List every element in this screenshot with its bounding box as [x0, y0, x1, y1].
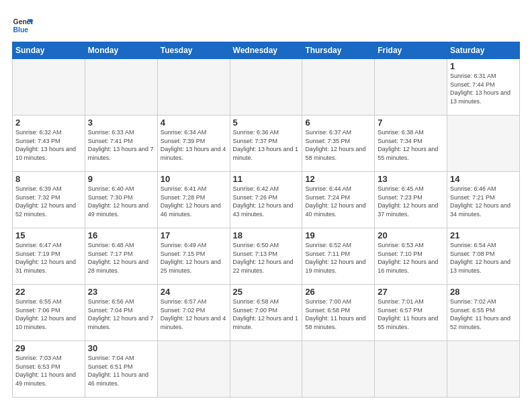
day-number: 3: [88, 118, 154, 128]
calendar-week-row: 2Sunrise: 6:32 AM Sunset: 7:43 PM Daylig…: [13, 116, 520, 172]
calendar-header-cell: Tuesday: [157, 42, 230, 59]
calendar-day-cell: 3Sunrise: 6:33 AM Sunset: 7:41 PM Daylig…: [85, 116, 157, 172]
day-info: Sunrise: 6:34 AM Sunset: 7:39 PM Dayligh…: [161, 128, 227, 162]
day-info: Sunrise: 6:56 AM Sunset: 7:04 PM Dayligh…: [88, 298, 154, 331]
day-number: 29: [15, 343, 82, 353]
calendar-day-cell: 28Sunrise: 7:02 AM Sunset: 6:55 PM Dayli…: [447, 285, 520, 341]
day-number: 21: [450, 230, 517, 240]
calendar-day-cell: 20Sunrise: 6:53 AM Sunset: 7:10 PM Dayli…: [375, 228, 447, 285]
day-info: Sunrise: 6:33 AM Sunset: 7:41 PM Dayligh…: [88, 128, 154, 162]
calendar-header-cell: Friday: [375, 42, 447, 59]
day-info: Sunrise: 7:04 AM Sunset: 6:51 PM Dayligh…: [88, 354, 154, 387]
day-number: 18: [233, 230, 300, 240]
day-number: 15: [15, 230, 82, 240]
day-number: 6: [305, 118, 371, 128]
calendar-week-row: 22Sunrise: 6:55 AM Sunset: 7:06 PM Dayli…: [13, 285, 520, 341]
calendar-day-cell: [447, 116, 520, 172]
day-number: 13: [378, 174, 444, 184]
calendar-day-cell: 6Sunrise: 6:37 AM Sunset: 7:35 PM Daylig…: [302, 116, 375, 172]
day-info: Sunrise: 6:42 AM Sunset: 7:26 PM Dayligh…: [233, 185, 300, 218]
calendar-header-row: SundayMondayTuesdayWednesdayThursdayFrid…: [13, 42, 520, 59]
day-number: 1: [450, 61, 517, 71]
day-info: Sunrise: 6:37 AM Sunset: 7:35 PM Dayligh…: [305, 128, 371, 162]
day-number: 5: [233, 118, 300, 128]
calendar-header-cell: Wednesday: [230, 42, 302, 59]
calendar-day-cell: 8Sunrise: 6:39 AM Sunset: 7:32 PM Daylig…: [13, 172, 85, 228]
day-number: 22: [15, 287, 82, 297]
calendar-header-cell: Monday: [85, 42, 157, 59]
calendar-day-cell: [375, 341, 447, 398]
calendar-header-cell: Sunday: [13, 42, 85, 59]
day-info: Sunrise: 6:31 AM Sunset: 7:44 PM Dayligh…: [450, 72, 517, 105]
calendar-day-cell: 5Sunrise: 6:36 AM Sunset: 7:37 PM Daylig…: [230, 116, 302, 172]
day-info: Sunrise: 6:52 AM Sunset: 7:11 PM Dayligh…: [305, 241, 371, 275]
day-info: Sunrise: 7:01 AM Sunset: 6:57 PM Dayligh…: [378, 298, 444, 331]
day-number: 2: [15, 118, 82, 128]
calendar-day-cell: 2Sunrise: 6:32 AM Sunset: 7:43 PM Daylig…: [13, 116, 85, 172]
calendar-day-cell: 30Sunrise: 7:04 AM Sunset: 6:51 PM Dayli…: [85, 341, 157, 398]
page: General Blue SundayMondayTuesdayWednesda…: [0, 0, 532, 411]
day-number: 14: [450, 174, 517, 184]
calendar-day-cell: 22Sunrise: 6:55 AM Sunset: 7:06 PM Dayli…: [13, 285, 85, 341]
calendar-day-cell: 9Sunrise: 6:40 AM Sunset: 7:30 PM Daylig…: [85, 172, 157, 228]
day-info: Sunrise: 6:50 AM Sunset: 7:13 PM Dayligh…: [233, 241, 300, 275]
calendar-day-cell: [157, 59, 230, 116]
day-info: Sunrise: 6:53 AM Sunset: 7:10 PM Dayligh…: [378, 241, 444, 275]
day-number: 27: [378, 287, 444, 297]
day-number: 9: [88, 174, 154, 184]
day-info: Sunrise: 6:55 AM Sunset: 7:06 PM Dayligh…: [15, 298, 82, 331]
svg-text:Blue: Blue: [13, 26, 29, 34]
calendar-day-cell: [375, 59, 447, 116]
day-number: 4: [161, 118, 227, 128]
calendar-day-cell: [302, 341, 375, 398]
day-number: 19: [305, 230, 371, 240]
calendar-day-cell: 14Sunrise: 6:46 AM Sunset: 7:21 PM Dayli…: [447, 172, 520, 228]
day-number: 30: [88, 343, 154, 353]
day-info: Sunrise: 7:00 AM Sunset: 6:58 PM Dayligh…: [305, 298, 371, 331]
day-info: Sunrise: 7:02 AM Sunset: 6:55 PM Dayligh…: [450, 298, 517, 331]
day-number: 24: [161, 287, 227, 297]
day-number: 10: [161, 174, 227, 184]
day-info: Sunrise: 6:58 AM Sunset: 7:00 PM Dayligh…: [233, 298, 300, 331]
calendar-day-cell: 1Sunrise: 6:31 AM Sunset: 7:44 PM Daylig…: [447, 59, 520, 116]
calendar-table: SundayMondayTuesdayWednesdayThursdayFrid…: [12, 42, 520, 398]
day-info: Sunrise: 6:48 AM Sunset: 7:17 PM Dayligh…: [88, 241, 154, 275]
day-number: 11: [233, 174, 300, 184]
day-info: Sunrise: 6:54 AM Sunset: 7:08 PM Dayligh…: [450, 241, 517, 275]
day-number: 26: [305, 287, 371, 297]
day-number: 16: [88, 230, 154, 240]
calendar-day-cell: 13Sunrise: 6:45 AM Sunset: 7:23 PM Dayli…: [375, 172, 447, 228]
day-info: Sunrise: 6:45 AM Sunset: 7:23 PM Dayligh…: [378, 185, 444, 218]
calendar-day-cell: [13, 59, 85, 116]
calendar-day-cell: 21Sunrise: 6:54 AM Sunset: 7:08 PM Dayli…: [447, 228, 520, 285]
calendar-day-cell: 4Sunrise: 6:34 AM Sunset: 7:39 PM Daylig…: [157, 116, 230, 172]
calendar-header-cell: Saturday: [447, 42, 520, 59]
calendar-week-row: 15Sunrise: 6:47 AM Sunset: 7:19 PM Dayli…: [13, 228, 520, 285]
logo-icon: General Blue: [12, 15, 34, 36]
calendar-day-cell: [447, 341, 520, 398]
calendar-day-cell: 25Sunrise: 6:58 AM Sunset: 7:00 PM Dayli…: [230, 285, 302, 341]
day-number: 25: [233, 287, 300, 297]
day-number: 7: [378, 118, 444, 128]
calendar-body: 1Sunrise: 6:31 AM Sunset: 7:44 PM Daylig…: [13, 59, 520, 398]
calendar-day-cell: [230, 59, 302, 116]
day-number: 20: [378, 230, 444, 240]
day-info: Sunrise: 6:40 AM Sunset: 7:30 PM Dayligh…: [88, 185, 154, 218]
day-info: Sunrise: 6:57 AM Sunset: 7:02 PM Dayligh…: [161, 298, 227, 331]
day-info: Sunrise: 6:49 AM Sunset: 7:15 PM Dayligh…: [161, 241, 227, 275]
day-info: Sunrise: 6:36 AM Sunset: 7:37 PM Dayligh…: [233, 128, 300, 162]
calendar-day-cell: 17Sunrise: 6:49 AM Sunset: 7:15 PM Dayli…: [157, 228, 230, 285]
day-info: Sunrise: 6:38 AM Sunset: 7:34 PM Dayligh…: [378, 128, 444, 162]
calendar-day-cell: 29Sunrise: 7:03 AM Sunset: 6:53 PM Dayli…: [13, 341, 85, 398]
calendar-day-cell: 19Sunrise: 6:52 AM Sunset: 7:11 PM Dayli…: [302, 228, 375, 285]
calendar-week-row: 1Sunrise: 6:31 AM Sunset: 7:44 PM Daylig…: [13, 59, 520, 116]
header: General Blue: [12, 12, 520, 36]
calendar-day-cell: 7Sunrise: 6:38 AM Sunset: 7:34 PM Daylig…: [375, 116, 447, 172]
calendar-day-cell: 12Sunrise: 6:44 AM Sunset: 7:24 PM Dayli…: [302, 172, 375, 228]
calendar-day-cell: [157, 341, 230, 398]
day-number: 12: [305, 174, 371, 184]
calendar-day-cell: [85, 59, 157, 116]
calendar-day-cell: 23Sunrise: 6:56 AM Sunset: 7:04 PM Dayli…: [85, 285, 157, 341]
day-info: Sunrise: 6:47 AM Sunset: 7:19 PM Dayligh…: [15, 241, 82, 275]
day-info: Sunrise: 7:03 AM Sunset: 6:53 PM Dayligh…: [15, 354, 82, 387]
